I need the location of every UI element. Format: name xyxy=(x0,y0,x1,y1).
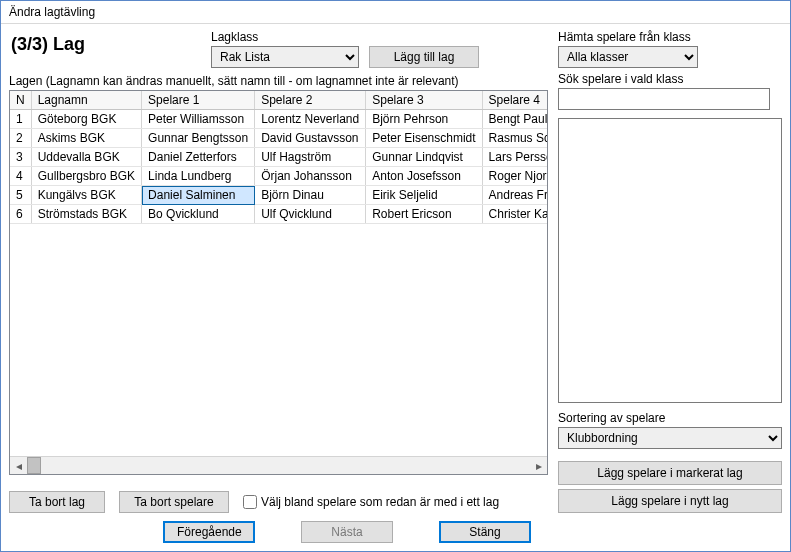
titlebar: Ändra lagtävling xyxy=(1,1,790,24)
table-row[interactable]: 3Uddevalla BGKDaniel ZetterforsUlf Hagst… xyxy=(10,148,547,167)
cell-n[interactable]: 3 xyxy=(10,148,31,167)
close-button[interactable]: Stäng xyxy=(439,521,531,543)
cell-p2[interactable]: Björn Dinau xyxy=(255,186,366,205)
col-p4[interactable]: Spelare 4 xyxy=(482,91,547,110)
col-n[interactable]: N xyxy=(10,91,31,110)
scroll-left-arrow-icon[interactable]: ◂ xyxy=(10,457,27,474)
cell-p3[interactable]: Anton Josefsson xyxy=(366,167,482,186)
cell-n[interactable]: 4 xyxy=(10,167,31,186)
sort-label: Sortering av spelare xyxy=(558,411,782,425)
fetch-players-label: Hämta spelare från klass xyxy=(558,30,782,44)
cell-p1[interactable]: Daniel Zetterfors xyxy=(142,148,255,167)
remove-player-button[interactable]: Ta bort spelare xyxy=(119,491,229,513)
window-title: Ändra lagtävling xyxy=(9,5,95,19)
col-p2[interactable]: Spelare 2 xyxy=(255,91,366,110)
search-input[interactable] xyxy=(558,88,770,110)
cell-p3[interactable]: Eirik Seljelid xyxy=(366,186,482,205)
cell-n[interactable]: 6 xyxy=(10,205,31,224)
search-label: Sök spelare i vald klass xyxy=(558,72,782,86)
cell-p4[interactable]: Christer Karlsson xyxy=(482,205,547,224)
table-row[interactable]: 2Askims BGKGunnar BengtssonDavid Gustavs… xyxy=(10,129,547,148)
cell-p2[interactable]: Ulf Qvicklund xyxy=(255,205,366,224)
cell-p1[interactable]: Linda Lundberg xyxy=(142,167,255,186)
cell-team[interactable]: Uddevalla BGK xyxy=(31,148,141,167)
previous-button[interactable]: Föregående xyxy=(163,521,255,543)
cell-p2[interactable]: Ulf Hagström xyxy=(255,148,366,167)
cell-n[interactable]: 1 xyxy=(10,110,31,129)
cell-p3[interactable]: Peter Eisenschmidt xyxy=(366,129,482,148)
table-row[interactable]: 1Göteborg BGKPeter WilliamssonLorentz Ne… xyxy=(10,110,547,129)
cell-team[interactable]: Kungälvs BGK xyxy=(31,186,141,205)
table-row[interactable]: 5Kungälvs BGKDaniel SalminenBjörn DinauE… xyxy=(10,186,547,205)
cell-p4[interactable]: Rasmus Schedin xyxy=(482,129,547,148)
filter-existing-checkbox[interactable]: Välj bland spelare som redan är med i et… xyxy=(243,495,499,509)
cell-p1[interactable]: Bo Qvicklund xyxy=(142,205,255,224)
add-to-marked-team-button[interactable]: Lägg spelare i markerat lag xyxy=(558,461,782,485)
cell-p2[interactable]: David Gustavsson xyxy=(255,129,366,148)
filter-existing-label: Välj bland spelare som redan är med i et… xyxy=(261,495,499,509)
lagklass-select[interactable]: Rak Lista xyxy=(211,46,359,68)
fetch-players-select[interactable]: Alla klasser xyxy=(558,46,698,68)
cell-p4[interactable]: Bengt Paulusson xyxy=(482,110,547,129)
remove-team-button[interactable]: Ta bort lag xyxy=(9,491,105,513)
teams-grid[interactable]: N Lagnamn Spelare 1 Spelare 2 Spelare 3 … xyxy=(9,90,548,475)
scroll-right-arrow-icon[interactable]: ▸ xyxy=(530,457,547,474)
col-team[interactable]: Lagnamn xyxy=(31,91,141,110)
cell-n[interactable]: 2 xyxy=(10,129,31,148)
add-to-new-team-button[interactable]: Lägg spelare i nytt lag xyxy=(558,489,782,513)
cell-team[interactable]: Askims BGK xyxy=(31,129,141,148)
cell-team[interactable]: Göteborg BGK xyxy=(31,110,141,129)
cell-p3[interactable]: Gunnar Lindqvist xyxy=(366,148,482,167)
col-p3[interactable]: Spelare 3 xyxy=(366,91,482,110)
cell-p2[interactable]: Lorentz Neverland xyxy=(255,110,366,129)
cell-p4[interactable]: Roger Njord xyxy=(482,167,547,186)
cell-p2[interactable]: Örjan Johansson xyxy=(255,167,366,186)
cell-p1[interactable]: Peter Williamsson xyxy=(142,110,255,129)
table-row[interactable]: 6Strömstads BGKBo QvicklundUlf Qvicklund… xyxy=(10,205,547,224)
table-help-text: Lagen (Lagnamn kan ändras manuellt, sätt… xyxy=(9,74,548,88)
player-listbox[interactable] xyxy=(558,118,782,403)
dialog-window: Ändra lagtävling (3/3) Lag Lagklass Rak … xyxy=(0,0,791,552)
cell-p3[interactable]: Robert Ericson xyxy=(366,205,482,224)
cell-p4[interactable]: Andreas Frejborn xyxy=(482,186,547,205)
horizontal-scrollbar[interactable]: ◂ ▸ xyxy=(10,456,547,474)
lagklass-label: Lagklass xyxy=(211,30,479,44)
table-row[interactable]: 4Gullbergsbro BGKLinda LundbergÖrjan Joh… xyxy=(10,167,547,186)
cell-team[interactable]: Gullbergsbro BGK xyxy=(31,167,141,186)
stage-title: (3/3) Lag xyxy=(9,30,201,55)
scroll-thumb[interactable] xyxy=(27,457,41,474)
col-p1[interactable]: Spelare 1 xyxy=(142,91,255,110)
cell-n[interactable]: 5 xyxy=(10,186,31,205)
cell-team[interactable]: Strömstads BGK xyxy=(31,205,141,224)
filter-existing-checkbox-input[interactable] xyxy=(243,495,257,509)
sort-select[interactable]: Klubbordning xyxy=(558,427,782,449)
cell-p4[interactable]: Lars Persson xyxy=(482,148,547,167)
next-button: Nästa xyxy=(301,521,393,543)
cell-p3[interactable]: Björn Pehrson xyxy=(366,110,482,129)
cell-p1[interactable]: Daniel Salminen xyxy=(142,186,255,205)
dialog-content: (3/3) Lag Lagklass Rak Lista Lägg till l… xyxy=(1,24,790,551)
grid-header-row: N Lagnamn Spelare 1 Spelare 2 Spelare 3 … xyxy=(10,91,547,110)
cell-p1[interactable]: Gunnar Bengtsson xyxy=(142,129,255,148)
add-team-button[interactable]: Lägg till lag xyxy=(369,46,479,68)
